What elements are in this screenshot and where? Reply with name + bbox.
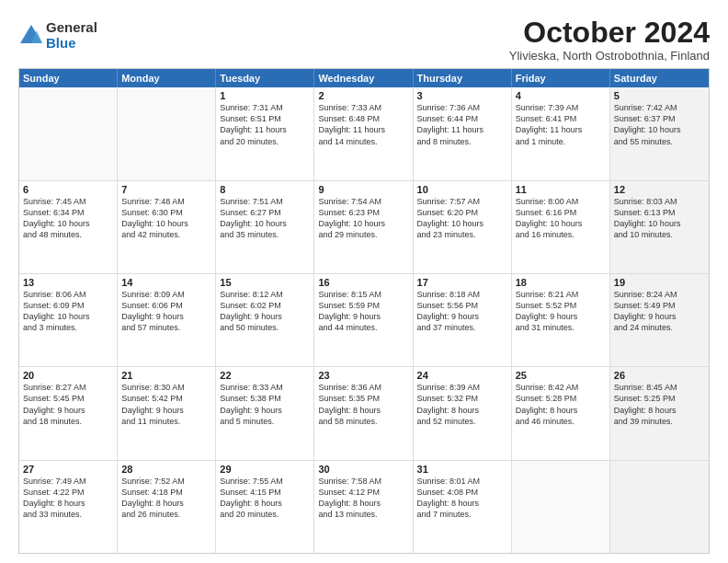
calendar-cell: 31Sunrise: 8:01 AM Sunset: 4:08 PM Dayli…	[414, 461, 512, 553]
calendar-cell: 28Sunrise: 7:52 AM Sunset: 4:18 PM Dayli…	[118, 461, 216, 553]
day-number: 26	[614, 370, 705, 381]
day-number: 27	[23, 464, 113, 475]
cell-info: Sunrise: 7:33 AM Sunset: 6:48 PM Dayligh…	[318, 102, 408, 147]
calendar-cell: 19Sunrise: 8:24 AM Sunset: 5:49 PM Dayli…	[610, 274, 709, 366]
calendar-cell: 2Sunrise: 7:33 AM Sunset: 6:48 PM Daylig…	[314, 87, 413, 179]
day-number: 9	[318, 184, 408, 195]
cell-info: Sunrise: 8:27 AM Sunset: 5:45 PM Dayligh…	[23, 382, 113, 427]
day-number: 8	[220, 184, 310, 195]
day-number: 4	[516, 90, 606, 101]
cell-info: Sunrise: 8:24 AM Sunset: 5:49 PM Dayligh…	[614, 289, 705, 334]
header-cell-saturday: Saturday	[610, 69, 709, 87]
day-number: 2	[318, 90, 408, 101]
calendar-cell: 20Sunrise: 8:27 AM Sunset: 5:45 PM Dayli…	[19, 367, 118, 459]
day-number: 18	[516, 277, 606, 288]
day-number: 30	[318, 464, 408, 475]
calendar-cell: 1Sunrise: 7:31 AM Sunset: 6:51 PM Daylig…	[216, 87, 314, 179]
calendar-row: 13Sunrise: 8:06 AM Sunset: 6:09 PM Dayli…	[19, 274, 709, 367]
calendar-cell: 23Sunrise: 8:36 AM Sunset: 5:35 PM Dayli…	[314, 367, 413, 459]
calendar-body: 1Sunrise: 7:31 AM Sunset: 6:51 PM Daylig…	[19, 87, 709, 553]
day-number: 1	[220, 90, 310, 101]
calendar-cell: 8Sunrise: 7:51 AM Sunset: 6:27 PM Daylig…	[216, 181, 314, 273]
calendar-cell: 29Sunrise: 7:55 AM Sunset: 4:15 PM Dayli…	[216, 461, 314, 553]
cell-info: Sunrise: 8:33 AM Sunset: 5:38 PM Dayligh…	[220, 382, 310, 427]
calendar: SundayMondayTuesdayWednesdayThursdayFrid…	[18, 68, 710, 554]
cell-info: Sunrise: 7:55 AM Sunset: 4:15 PM Dayligh…	[220, 476, 310, 521]
cell-info: Sunrise: 7:54 AM Sunset: 6:23 PM Dayligh…	[318, 196, 408, 241]
day-number: 3	[417, 90, 507, 101]
calendar-cell	[118, 87, 216, 179]
calendar-cell: 10Sunrise: 7:57 AM Sunset: 6:20 PM Dayli…	[414, 181, 512, 273]
month-title: October 2024	[509, 17, 710, 49]
calendar-cell: 5Sunrise: 7:42 AM Sunset: 6:37 PM Daylig…	[610, 87, 709, 179]
cell-info: Sunrise: 8:00 AM Sunset: 6:16 PM Dayligh…	[516, 196, 606, 241]
cell-info: Sunrise: 7:57 AM Sunset: 6:20 PM Dayligh…	[417, 196, 507, 241]
page: General Blue October 2024 Ylivieska, Nor…	[0, 0, 728, 563]
header-cell-monday: Monday	[118, 69, 216, 87]
day-number: 29	[220, 464, 310, 475]
day-number: 20	[23, 370, 113, 381]
cell-info: Sunrise: 8:36 AM Sunset: 5:35 PM Dayligh…	[318, 382, 408, 427]
cell-info: Sunrise: 8:18 AM Sunset: 5:56 PM Dayligh…	[417, 289, 507, 334]
cell-info: Sunrise: 7:42 AM Sunset: 6:37 PM Dayligh…	[614, 102, 705, 147]
day-number: 23	[318, 370, 408, 381]
header: General Blue October 2024 Ylivieska, Nor…	[18, 17, 710, 63]
day-number: 11	[516, 184, 606, 195]
title-block: October 2024 Ylivieska, North Ostrobothn…	[509, 17, 710, 63]
day-number: 7	[121, 184, 211, 195]
day-number: 6	[23, 184, 113, 195]
logo-general: General	[46, 20, 97, 36]
cell-info: Sunrise: 7:52 AM Sunset: 4:18 PM Dayligh…	[121, 476, 211, 521]
day-number: 14	[121, 277, 211, 288]
calendar-cell: 9Sunrise: 7:54 AM Sunset: 6:23 PM Daylig…	[314, 181, 413, 273]
day-number: 5	[614, 90, 705, 101]
calendar-cell: 24Sunrise: 8:39 AM Sunset: 5:32 PM Dayli…	[414, 367, 512, 459]
day-number: 10	[417, 184, 507, 195]
day-number: 21	[121, 370, 211, 381]
calendar-row: 6Sunrise: 7:45 AM Sunset: 6:34 PM Daylig…	[19, 181, 709, 274]
day-number: 22	[220, 370, 310, 381]
cell-info: Sunrise: 7:49 AM Sunset: 4:22 PM Dayligh…	[23, 476, 113, 521]
cell-info: Sunrise: 8:03 AM Sunset: 6:13 PM Dayligh…	[614, 196, 705, 241]
calendar-header: SundayMondayTuesdayWednesdayThursdayFrid…	[19, 69, 709, 87]
day-number: 12	[614, 184, 705, 195]
calendar-cell: 11Sunrise: 8:00 AM Sunset: 6:16 PM Dayli…	[512, 181, 610, 273]
calendar-cell: 27Sunrise: 7:49 AM Sunset: 4:22 PM Dayli…	[19, 461, 118, 553]
logo-blue: Blue	[46, 36, 97, 52]
day-number: 31	[417, 464, 507, 475]
day-number: 16	[318, 277, 408, 288]
cell-info: Sunrise: 8:39 AM Sunset: 5:32 PM Dayligh…	[417, 382, 507, 427]
logo-icon	[18, 23, 44, 49]
logo-text: General Blue	[46, 20, 97, 51]
calendar-cell: 7Sunrise: 7:48 AM Sunset: 6:30 PM Daylig…	[118, 181, 216, 273]
logo: General Blue	[18, 20, 97, 51]
calendar-cell: 30Sunrise: 7:58 AM Sunset: 4:12 PM Dayli…	[314, 461, 413, 553]
day-number: 25	[516, 370, 606, 381]
header-cell-tuesday: Tuesday	[216, 69, 314, 87]
cell-info: Sunrise: 7:39 AM Sunset: 6:41 PM Dayligh…	[516, 102, 606, 147]
calendar-cell	[610, 461, 709, 553]
calendar-row: 1Sunrise: 7:31 AM Sunset: 6:51 PM Daylig…	[19, 87, 709, 180]
cell-info: Sunrise: 8:45 AM Sunset: 5:25 PM Dayligh…	[614, 382, 705, 427]
cell-info: Sunrise: 8:15 AM Sunset: 5:59 PM Dayligh…	[318, 289, 408, 334]
header-cell-thursday: Thursday	[414, 69, 512, 87]
calendar-cell: 26Sunrise: 8:45 AM Sunset: 5:25 PM Dayli…	[610, 367, 709, 459]
calendar-cell	[512, 461, 610, 553]
day-number: 15	[220, 277, 310, 288]
cell-info: Sunrise: 7:58 AM Sunset: 4:12 PM Dayligh…	[318, 476, 408, 521]
calendar-row: 27Sunrise: 7:49 AM Sunset: 4:22 PM Dayli…	[19, 461, 709, 553]
calendar-cell	[19, 87, 118, 179]
subtitle: Ylivieska, North Ostrobothnia, Finland	[509, 49, 710, 63]
header-cell-sunday: Sunday	[19, 69, 118, 87]
calendar-cell: 22Sunrise: 8:33 AM Sunset: 5:38 PM Dayli…	[216, 367, 314, 459]
calendar-cell: 16Sunrise: 8:15 AM Sunset: 5:59 PM Dayli…	[314, 274, 413, 366]
cell-info: Sunrise: 8:21 AM Sunset: 5:52 PM Dayligh…	[516, 289, 606, 334]
calendar-cell: 14Sunrise: 8:09 AM Sunset: 6:06 PM Dayli…	[118, 274, 216, 366]
cell-info: Sunrise: 8:09 AM Sunset: 6:06 PM Dayligh…	[121, 289, 211, 334]
cell-info: Sunrise: 7:31 AM Sunset: 6:51 PM Dayligh…	[220, 102, 310, 147]
cell-info: Sunrise: 7:48 AM Sunset: 6:30 PM Dayligh…	[121, 196, 211, 241]
cell-info: Sunrise: 7:36 AM Sunset: 6:44 PM Dayligh…	[417, 102, 507, 147]
day-number: 24	[417, 370, 507, 381]
calendar-cell: 12Sunrise: 8:03 AM Sunset: 6:13 PM Dayli…	[610, 181, 709, 273]
calendar-row: 20Sunrise: 8:27 AM Sunset: 5:45 PM Dayli…	[19, 367, 709, 460]
